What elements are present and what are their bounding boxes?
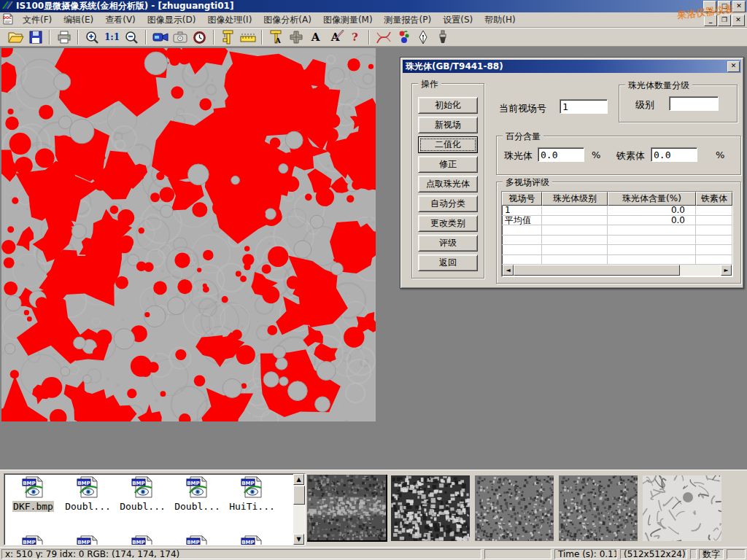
current-field-input[interactable]	[560, 99, 608, 114]
op-button-4[interactable]: 修正	[418, 156, 478, 173]
menu-item-5[interactable]: 图像处理(I)	[201, 12, 258, 28]
video-camera-icon[interactable]	[151, 29, 169, 46]
scroll-right-icon[interactable]: ►	[721, 265, 732, 276]
sample-thumbnail[interactable]	[307, 475, 387, 542]
photo-camera-icon[interactable]	[171, 29, 189, 46]
op-button-7[interactable]: 更改类别	[418, 215, 478, 232]
svg-text:BMP: BMP	[132, 481, 144, 486]
sample-thumbnail[interactable]	[475, 475, 554, 541]
file-item[interactable]: BMP	[115, 535, 170, 545]
time-readout: Time (s): 0.113	[554, 549, 617, 559]
sample-thumbnail[interactable]	[391, 475, 470, 541]
brush-icon[interactable]	[433, 29, 452, 46]
file-name: Doubl...	[174, 501, 221, 512]
op-button-5[interactable]: 点取珠光体	[418, 176, 478, 192]
menu-item-7[interactable]: 图像测量(M)	[317, 12, 379, 28]
text-icon[interactable]: A	[306, 29, 325, 46]
sample-thumbnail[interactable]	[559, 475, 638, 541]
curve-icon[interactable]	[374, 29, 392, 46]
status-blank-panel	[484, 549, 551, 559]
menu-item-10[interactable]: 帮助(H)	[479, 12, 521, 28]
status-blank-panel	[690, 549, 697, 559]
file-item[interactable]: BMPDoubl...	[170, 476, 225, 512]
menu-item-9[interactable]: 设置(S)	[437, 12, 479, 28]
scrollbar-thumb[interactable]	[293, 486, 305, 505]
print-icon[interactable]	[55, 29, 73, 46]
child-close-button[interactable]: ✕	[732, 15, 745, 26]
menu-item-6[interactable]: 图像分析(A)	[258, 12, 317, 28]
file-item[interactable]: BMPHuiTi...	[225, 476, 279, 512]
op-button-8[interactable]: 评级	[418, 235, 478, 252]
svg-text:BMP: BMP	[241, 481, 254, 486]
grid-add-icon[interactable]	[287, 29, 305, 46]
classify-balls-icon[interactable]	[394, 29, 412, 46]
scroll-left-icon[interactable]: ◄	[503, 265, 514, 276]
actual-size-icon[interactable]: 1:1	[103, 29, 121, 46]
sample-thumbnail[interactable]	[643, 475, 721, 541]
scrollbar-thumb[interactable]	[514, 265, 680, 276]
op-button-6[interactable]: 自动分类	[418, 195, 478, 212]
mode-indicator: 数字	[699, 549, 724, 559]
toolbar-separator	[77, 30, 79, 44]
file-list-scrollbar[interactable]: ▲ ▼	[293, 474, 305, 545]
menu-item-1[interactable]: 文件(F)	[17, 12, 58, 28]
image-size-readout: (512x512x24)	[620, 549, 687, 559]
help-icon[interactable]: ?	[346, 29, 364, 46]
document-icon[interactable]: DOC	[2, 13, 14, 27]
dialog-title-bar[interactable]: 珠光体(GB/T9441-88) ✕	[403, 60, 741, 73]
table-header-cell: 铁素体	[696, 192, 732, 206]
multi-field-group: 多视场评级 视场号珠光体级别珠光体含量(%)铁素体 10.0平均值0.0 ◄ ►	[496, 182, 741, 284]
scroll-down-icon[interactable]: ▼	[293, 534, 304, 545]
file-item[interactable]: BMP	[6, 535, 61, 545]
table-row[interactable]: 平均值0.0	[502, 216, 732, 226]
toolbar-separator	[145, 30, 147, 44]
svg-text:BMP: BMP	[132, 540, 144, 545]
file-item[interactable]: BMPDoubl...	[115, 476, 170, 512]
table-row[interactable]: 10.0	[502, 206, 732, 216]
menu-item-4[interactable]: 图像显示(D)	[142, 12, 202, 28]
file-item[interactable]: BMP	[170, 535, 225, 545]
toolbar-separator	[368, 30, 370, 44]
menu-item-2[interactable]: 编辑(E)	[58, 12, 99, 28]
pearlite-percent-input[interactable]	[538, 147, 584, 162]
dialog-title: 珠光体(GB/T9441-88)	[406, 61, 503, 73]
op-button-9[interactable]: 返回	[418, 254, 478, 271]
svg-text:BMP: BMP	[187, 481, 199, 486]
dialog-close-icon[interactable]: ✕	[727, 61, 740, 72]
zoom-in-icon[interactable]	[83, 29, 101, 46]
ferrite-label: 铁素体	[616, 149, 645, 163]
pen-icon[interactable]	[414, 29, 432, 46]
ferrite-percent-input[interactable]	[651, 147, 697, 162]
thumbnail-panel: BMPDKF.bmpBMPDoubl...BMPDoubl...BMPDoubl…	[0, 470, 747, 547]
file-item[interactable]: BMPDKF.bmp	[6, 476, 61, 512]
window-title: IS100显微摄像系统(金相分析版) - [zhuguangti01]	[16, 0, 233, 12]
svg-text:BMP: BMP	[241, 540, 254, 545]
status-bar: x: 510 y: 79 idx: 0 RGB: (174, 174, 174)…	[0, 547, 747, 560]
svg-text:A: A	[275, 36, 281, 44]
table-hscrollbar[interactable]: ◄ ►	[503, 265, 732, 276]
ruler-icon[interactable]	[239, 29, 257, 46]
metallographic-image[interactable]	[1, 48, 376, 421]
table-row	[502, 245, 732, 255]
file-list[interactable]: BMPDKF.bmpBMPDoubl...BMPDoubl...BMPDoubl…	[4, 473, 306, 545]
file-item[interactable]: BMP	[225, 535, 279, 545]
zoom-out-icon[interactable]	[123, 29, 141, 46]
open-icon[interactable]	[7, 29, 25, 46]
caliper-icon[interactable]	[219, 29, 237, 46]
save-icon[interactable]	[26, 29, 44, 46]
rating-table[interactable]: 视场号珠光体级别珠光体含量(%)铁素体 10.0平均值0.0 ◄ ►	[501, 191, 733, 277]
file-item[interactable]: BMPDoubl...	[61, 476, 115, 512]
grading-group: 珠光体数量分级 级别	[619, 85, 738, 122]
menu-item-3[interactable]: 查看(V)	[99, 12, 142, 28]
file-item[interactable]: BMP	[61, 535, 115, 545]
op-button-3[interactable]: 二值化	[418, 136, 478, 153]
op-button-2[interactable]: 新视场	[418, 117, 478, 133]
op-button-1[interactable]: 初始化	[418, 97, 478, 114]
menu-item-8[interactable]: 测量报告(P)	[379, 12, 438, 28]
text-edit-icon[interactable]: A	[326, 29, 344, 46]
caliper-text-icon[interactable]: A	[267, 29, 285, 46]
clock-icon[interactable]	[190, 29, 209, 46]
level-input[interactable]	[669, 96, 719, 111]
close-button[interactable]: ✕	[732, 1, 746, 12]
scroll-up-icon[interactable]: ▲	[293, 474, 304, 485]
